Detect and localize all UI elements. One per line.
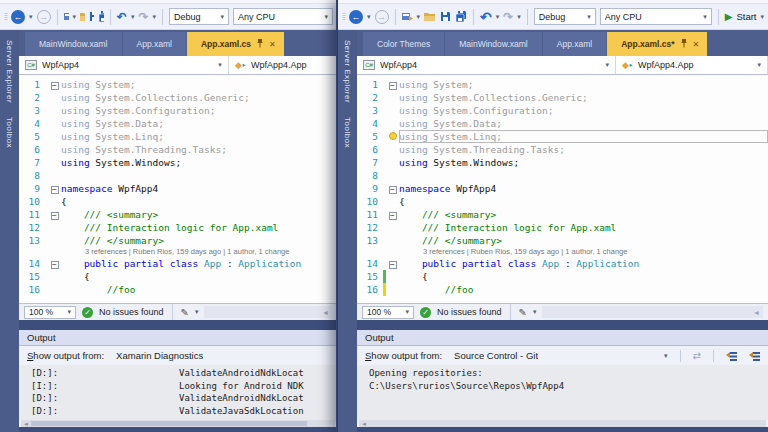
code-line[interactable]: 4using System.Data; (19, 117, 337, 130)
new-project-icon[interactable] (64, 11, 69, 22)
start-debug-button[interactable]: ▶ Start ▾ (725, 11, 764, 22)
horizontal-scrollbar[interactable]: ◄ (542, 306, 763, 318)
toolbar-grip[interactable]: ⁞⁞ (342, 12, 345, 22)
undo-icon[interactable]: ↶ (480, 11, 492, 23)
save-icon[interactable] (89, 11, 94, 22)
side-tab-server-explorer[interactable]: Server Explorer (343, 40, 352, 103)
code-line[interactable]: 3using System.Configuration; (19, 104, 337, 117)
code-line[interactable]: 2using System.Collections.Generic; (19, 91, 337, 104)
type-dropdown[interactable]: ◆‣ WpfApp4.App (229, 56, 337, 74)
document-tab[interactable]: App.xaml (123, 32, 186, 56)
side-tab-server-explorer[interactable]: Server Explorer (5, 40, 14, 103)
side-tab-toolbox[interactable]: Toolbox (343, 117, 352, 148)
redo-icon[interactable]: ↷ (503, 11, 513, 23)
goto-next-message-icon[interactable] (749, 351, 760, 361)
code-cleanup-icon[interactable]: ✎ (519, 307, 527, 318)
code-line[interactable]: 16 //foo (357, 283, 768, 296)
code-cleanup-dropdown-icon[interactable]: ▾ (195, 308, 199, 316)
output-horizontal-scrollbar[interactable]: ◄ (359, 420, 766, 427)
chevron-down-icon[interactable]: ▾ (664, 352, 668, 360)
output-source-dropdown[interactable]: Source Control - Git (454, 350, 538, 361)
fold-collapse-icon[interactable]: − (389, 212, 397, 220)
navigate-forward-icon[interactable]: → (37, 10, 51, 24)
code-line[interactable]: 15 { (357, 270, 768, 283)
code-editor[interactable]: 1−using System;2using System.Collections… (19, 75, 337, 303)
code-editor[interactable]: 1−using System;2using System.Collections… (357, 75, 768, 303)
code-line[interactable]: 5using System.Linq; (357, 130, 768, 143)
code-line[interactable]: 4using System.Data; (357, 117, 768, 130)
code-line[interactable]: 11− /// <summary> (357, 208, 768, 221)
fold-collapse-icon[interactable]: − (389, 261, 397, 269)
redo-dropdown-icon[interactable]: ▾ (517, 13, 521, 21)
save-all-icon[interactable] (455, 11, 467, 23)
save-all-icon[interactable] (98, 11, 103, 23)
code-line[interactable]: 3using System.Configuration; (357, 104, 768, 117)
code-line[interactable]: 12 /// Interaction logic for App.xaml (357, 221, 768, 234)
navigate-back-dropdown-icon[interactable]: ▾ (29, 13, 33, 21)
code-line[interactable]: 8 (357, 169, 768, 182)
scrollbar-thumb[interactable] (31, 421, 307, 426)
code-line[interactable]: 14− public partial class App : Applicati… (19, 257, 337, 270)
code-cleanup-dropdown-icon[interactable]: ▾ (533, 308, 537, 316)
code-line[interactable]: 7using System.Windows; (357, 156, 768, 169)
code-line[interactable]: 10{ (19, 195, 337, 208)
platform-dropdown[interactable]: Any CPU ▾ (233, 8, 333, 25)
pane-splitter[interactable] (19, 320, 337, 330)
close-icon[interactable]: ✕ (693, 40, 700, 49)
fold-collapse-icon[interactable]: − (51, 261, 59, 269)
code-line[interactable]: 14− public partial class App : Applicati… (357, 257, 768, 270)
fold-collapse-icon[interactable]: − (389, 82, 397, 90)
document-tab[interactable]: MainWindow.xaml (25, 32, 122, 56)
output-console[interactable]: Opening repositories:C:\Users\rurios\Sou… (357, 365, 768, 420)
new-project-dropdown-icon[interactable]: ▾ (417, 13, 421, 21)
save-icon[interactable] (440, 11, 451, 22)
lightbulb-icon[interactable] (389, 132, 397, 140)
undo-dropdown-icon[interactable]: ▾ (496, 13, 500, 21)
open-folder-icon[interactable] (80, 12, 85, 22)
goto-previous-message-icon[interactable] (726, 351, 737, 361)
navigate-back-icon[interactable]: ← (349, 10, 363, 24)
code-line[interactable]: 6using System.Threading.Tasks; (19, 143, 337, 156)
navigate-back-dropdown-icon[interactable]: ▾ (367, 13, 371, 21)
output-horizontal-scrollbar[interactable]: ◄ (21, 420, 335, 427)
configuration-dropdown[interactable]: Debug ▾ (169, 8, 229, 25)
codelens-info[interactable]: 3 references | Ruben Rios, 159 days ago … (19, 247, 337, 257)
code-line[interactable]: 15 { (19, 270, 337, 283)
undo-icon[interactable]: ↶ (117, 11, 127, 23)
new-project-icon[interactable] (402, 11, 413, 22)
code-line[interactable]: 1−using System; (19, 78, 337, 91)
document-tab[interactable]: App.xaml.cs✕ (187, 32, 284, 56)
toolbar-grip[interactable]: ⁞⁞ (4, 12, 7, 22)
open-folder-icon[interactable] (424, 12, 436, 22)
redo-icon[interactable]: ↷ (138, 11, 148, 23)
message-filter-icon[interactable]: ⇄ (693, 350, 701, 361)
side-tab-toolbox[interactable]: Toolbox (5, 117, 14, 148)
scroll-left-icon[interactable]: ◄ (359, 421, 369, 427)
close-icon[interactable]: ✕ (269, 40, 276, 49)
navigate-back-icon[interactable]: ← (11, 10, 25, 24)
code-line[interactable]: 13 /// </summary> (19, 234, 337, 247)
pin-icon[interactable] (256, 39, 264, 50)
document-tab[interactable]: Color Themes (363, 32, 444, 56)
fold-collapse-icon[interactable]: − (51, 212, 59, 220)
code-line[interactable]: 12 /// Interaction logic for App.xaml (19, 221, 337, 234)
document-tab[interactable]: App.xaml (543, 32, 606, 56)
undo-dropdown-icon[interactable]: ▾ (131, 13, 135, 21)
zoom-dropdown[interactable]: 100 % ▾ (362, 306, 414, 319)
project-dropdown[interactable]: C# WpfApp4 ▾ (357, 56, 616, 74)
code-line[interactable]: 8 (19, 169, 337, 182)
code-line[interactable]: 2using System.Collections.Generic; (357, 91, 768, 104)
code-line[interactable]: 9−namespace WpfApp4 (19, 182, 337, 195)
document-tab[interactable]: App.xaml.cs*✕ (607, 32, 707, 56)
horizontal-scrollbar[interactable]: ◄ (204, 306, 332, 318)
pin-icon[interactable] (680, 39, 688, 50)
scroll-left-icon[interactable]: ◄ (21, 421, 31, 427)
configuration-dropdown[interactable]: Debug ▾ (534, 8, 596, 25)
code-line[interactable]: 9−namespace WpfApp4 (357, 182, 768, 195)
new-project-dropdown-icon[interactable]: ▾ (73, 13, 77, 21)
fold-collapse-icon[interactable]: − (51, 82, 59, 90)
code-cleanup-icon[interactable]: ✎ (181, 307, 189, 318)
code-line[interactable]: 6using System.Threading.Tasks; (357, 143, 768, 156)
redo-dropdown-icon[interactable]: ▾ (152, 13, 156, 21)
output-source-dropdown[interactable]: Xamarin Diagnostics (116, 350, 203, 361)
